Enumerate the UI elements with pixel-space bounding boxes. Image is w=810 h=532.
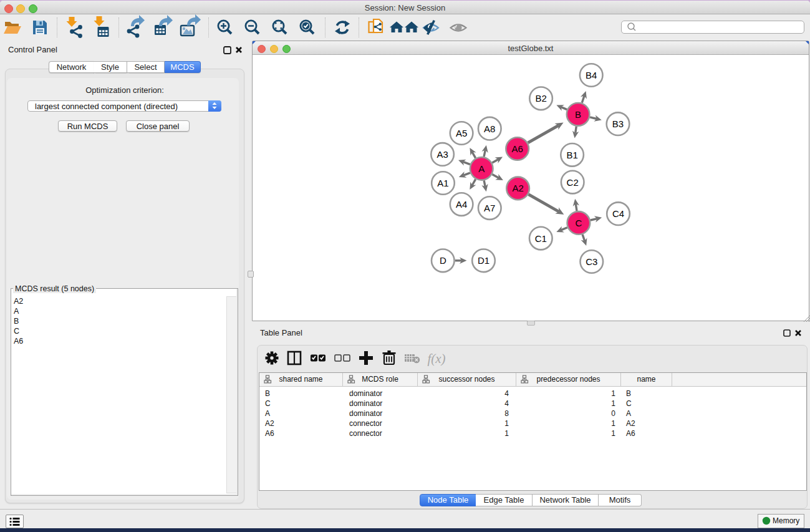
svg-text:B1: B1 — [566, 150, 577, 160]
svg-text:C2: C2 — [567, 177, 579, 188]
svg-text:B2: B2 — [535, 93, 546, 104]
svg-text:B: B — [575, 109, 581, 120]
svg-text:A2: A2 — [512, 183, 523, 193]
svg-text:C4: C4 — [612, 208, 624, 219]
svg-text:A7: A7 — [484, 203, 495, 213]
svg-text:C1: C1 — [535, 233, 547, 244]
svg-text:C3: C3 — [586, 256, 597, 267]
svg-text:B3: B3 — [612, 118, 624, 129]
svg-text:A4: A4 — [456, 199, 467, 210]
svg-text:A1: A1 — [437, 178, 448, 188]
svg-text:A3: A3 — [436, 149, 448, 160]
svg-text:D1: D1 — [478, 255, 489, 266]
svg-text:D: D — [440, 255, 446, 266]
svg-text:A6: A6 — [512, 143, 523, 154]
svg-text:f(x): f(x) — [427, 351, 445, 366]
svg-text:A: A — [478, 163, 485, 174]
svg-text:A5: A5 — [456, 128, 467, 138]
svg-text:C: C — [575, 218, 582, 228]
svg-text:A8: A8 — [484, 123, 495, 134]
svg-text:B4: B4 — [586, 70, 597, 80]
